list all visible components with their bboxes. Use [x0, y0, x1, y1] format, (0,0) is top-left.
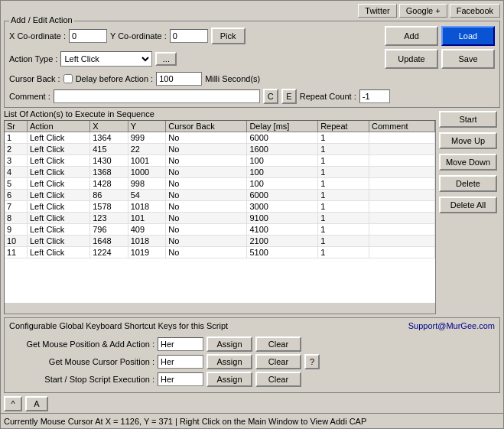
list-title: List Of Action(s) to Execute in Sequence [4, 109, 436, 119]
keyboard-section: Configurable Global Keyboard Shortcut Ke… [4, 317, 500, 393]
table-cell: 100 [247, 178, 318, 190]
add-edit-section: Add / Edit Action X Co-ordinate : Y Co-o… [4, 21, 500, 108]
col-cursor-back: Cursor Back [166, 121, 247, 132]
table-cell: 9100 [247, 213, 318, 224]
table-cell [369, 213, 434, 224]
table-cell: 1428 [90, 178, 128, 190]
table-row[interactable]: 4Left Click13681000No1001 [5, 167, 435, 178]
x-coord-label: X Co-ordinate : [9, 31, 66, 41]
delete-button[interactable]: Delete [439, 175, 497, 192]
shortcut-input-1[interactable] [158, 337, 203, 351]
table-cell: 86 [90, 190, 128, 201]
table-cell: 5100 [247, 247, 318, 258]
horizontal-scrollbar[interactable] [5, 303, 435, 314]
assign-button-1[interactable]: Assign [206, 336, 252, 352]
table-cell: 100 [247, 167, 318, 178]
add-button[interactable]: Add [385, 26, 438, 46]
support-text: Support@MurGee.com [408, 321, 495, 330]
ms-label: Milli Second(s) [205, 74, 260, 83]
table-cell [369, 132, 434, 144]
table-cell: Left Click [27, 155, 89, 167]
save-button[interactable]: Save [441, 49, 495, 69]
table-row[interactable]: 11Left Click12241019No51001 [5, 247, 435, 258]
shortcut-input-2[interactable] [158, 355, 203, 369]
table-row[interactable]: 8Left Click123101No91001 [5, 213, 435, 224]
x-coord-input[interactable] [69, 29, 107, 43]
table-cell: 9 [5, 224, 27, 236]
a-button[interactable]: A [25, 396, 48, 411]
table-row[interactable]: 2Left Click41522No16001 [5, 144, 435, 155]
table-cell: Left Click [27, 178, 89, 190]
update-button[interactable]: Update [385, 49, 438, 69]
cursor-back-checkbox[interactable] [63, 74, 73, 83]
table-cell: 1018 [128, 201, 166, 213]
table-cell: 1 [318, 247, 369, 258]
clear-button-3[interactable]: Clear [255, 372, 301, 387]
delete-all-button[interactable]: Delete All [439, 197, 497, 213]
table-cell: No [166, 167, 247, 178]
assign-button-3[interactable]: Assign [206, 372, 252, 387]
table-row[interactable]: 3Left Click14301001No1001 [5, 155, 435, 167]
table-row[interactable]: 7Left Click15781018No30001 [5, 201, 435, 213]
comment-input[interactable] [54, 89, 260, 103]
table-cell: No [166, 190, 247, 201]
table-cell: 6000 [247, 190, 318, 201]
col-x: X [90, 121, 128, 132]
move-down-button[interactable]: Move Down [439, 154, 497, 171]
table-cell: 1224 [90, 247, 128, 258]
table-row[interactable]: 6Left Click8654No60001 [5, 190, 435, 201]
table-cell: No [166, 201, 247, 213]
table-cell: Left Click [27, 167, 89, 178]
y-coord-input[interactable] [170, 29, 208, 43]
repeat-count-input[interactable] [359, 89, 390, 103]
delay-input[interactable] [156, 72, 202, 86]
clear-button-2[interactable]: Clear [255, 354, 301, 369]
table-cell: 1 [318, 236, 369, 247]
pick-button[interactable]: Pick [211, 28, 245, 44]
table-cell: Left Click [27, 132, 89, 144]
table-cell [369, 167, 434, 178]
table-cell: 2 [5, 144, 27, 155]
table-cell: No [166, 155, 247, 167]
twitter-button[interactable]: Twitter [358, 4, 396, 18]
table-row[interactable]: 9Left Click796409No41001 [5, 224, 435, 236]
shortcut-label-1: Get Mouse Position & Add Action : [9, 340, 154, 349]
table-cell: 1 [318, 224, 369, 236]
dots-button[interactable]: ... [155, 52, 177, 66]
table-cell: 1000 [128, 167, 166, 178]
start-button[interactable]: Start [439, 111, 497, 128]
up-arrow-button[interactable]: ^ [4, 396, 22, 411]
table-cell [369, 155, 434, 167]
table-cell: 1600 [247, 144, 318, 155]
move-up-button[interactable]: Move Up [439, 132, 497, 149]
table-cell: Left Click [27, 201, 89, 213]
assign-button-2[interactable]: Assign [206, 354, 252, 369]
table-cell [369, 144, 434, 155]
shortcut-input-3[interactable] [158, 372, 203, 386]
googleplus-button[interactable]: Google + [399, 4, 447, 18]
table-cell: 1 [318, 201, 369, 213]
table-cell: No [166, 213, 247, 224]
c-button[interactable]: C [263, 89, 278, 104]
action-type-select[interactable]: Left Click Right Click Double Click Midd… [60, 51, 152, 67]
question-button[interactable]: ? [304, 354, 320, 369]
e-button[interactable]: E [281, 89, 297, 104]
col-repeat: Repeat [318, 121, 369, 132]
table-row[interactable]: 1Left Click1364999No60001 [5, 132, 435, 144]
table-cell: 1 [318, 144, 369, 155]
table-cell: 54 [128, 190, 166, 201]
top-bar: Twitter Google + Facebook [1, 1, 503, 19]
table-row[interactable]: 10Left Click16481018No21001 [5, 236, 435, 247]
add-edit-title: Add / Edit Action [9, 15, 74, 24]
facebook-button[interactable]: Facebook [450, 4, 500, 18]
table-cell: Left Click [27, 236, 89, 247]
table-cell: 2100 [247, 236, 318, 247]
table-cell: 1 [318, 190, 369, 201]
table-cell: 123 [90, 213, 128, 224]
table-cell: No [166, 178, 247, 190]
clear-button-1[interactable]: Clear [255, 336, 301, 352]
shortcut-label-3: Start / Stop Script Execution : [9, 375, 154, 384]
load-button[interactable]: Load [441, 26, 495, 46]
table-cell: 100 [247, 155, 318, 167]
table-row[interactable]: 5Left Click1428998No1001 [5, 178, 435, 190]
